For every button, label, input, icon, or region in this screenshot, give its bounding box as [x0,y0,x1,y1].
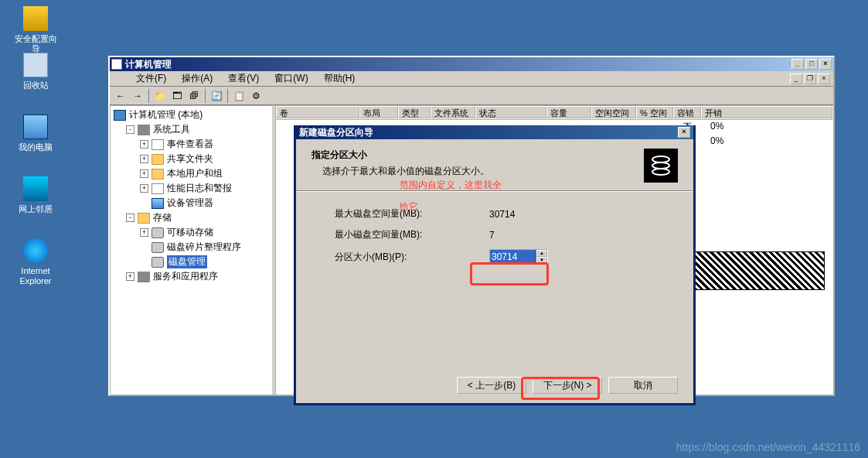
partition-size-label: 分区大小(MB)(P): [335,251,489,264]
desktop-icon-my-computer[interactable]: 我的电脑 [11,114,60,152]
col-volume[interactable]: 卷 [276,106,359,118]
max-space-row: 最大磁盘空间量(MB): 30714 [335,207,678,220]
col-fs[interactable]: 文件系统 [431,106,475,118]
device-icon [151,198,164,209]
expand-icon[interactable]: + [140,155,148,163]
expand-icon[interactable]: + [140,228,148,237]
dialog-subheading: 选择介于最大和最小值的磁盘分区大小。 [311,165,644,178]
watermark: https://blog.csdn.net/weixin_44321116 [676,441,860,453]
tree-disk-management[interactable]: +磁盘管理 [112,255,270,269]
dialog-close-button[interactable]: × [678,127,690,138]
doc-icon [113,73,124,84]
tree-services[interactable]: +服务和应用程序 [112,269,270,284]
tree-shared-folders[interactable]: +共享文件夹 [112,152,270,166]
perf-icon [151,183,164,194]
window-title: 计算机管理 [125,58,172,71]
menu-action[interactable]: 操作(A) [174,70,220,87]
disk-graphic[interactable] [693,251,825,290]
props-button[interactable]: 🗔 [169,88,185,104]
col-capacity[interactable]: 容量 [546,106,591,118]
tree-performance[interactable]: +性能日志和警报 [112,181,270,196]
users-icon [151,169,164,179]
forward-button[interactable]: → [130,88,145,104]
tree-root[interactable]: 计算机管理 (本地) [112,108,270,122]
menu-view[interactable]: 查看(V) [220,70,267,87]
storage-icon [138,213,150,224]
back-button[interactable]: ← [113,88,128,104]
defrag-icon [151,242,164,253]
tree-panel[interactable]: 计算机管理 (本地) -系统工具 +事件查看器 +共享文件夹 +本地用户和组 +… [110,105,272,395]
mdi-close-button[interactable]: × [818,73,830,84]
disk-stack-icon [644,149,678,183]
partition-size-row: 分区大小(MB)(P): ▲ ▼ [335,249,678,265]
col-type[interactable]: 类型 [398,106,431,118]
menubar: 文件(F) 操作(A) 查看(V) 窗口(W) 帮助(H) _ ❐ × [110,71,833,87]
back-button[interactable]: < 上一步(B) [457,377,526,394]
shield-icon [23,6,48,31]
collapse-icon[interactable]: - [126,214,134,222]
col-pctfree[interactable]: % 空闲 [636,106,673,118]
next-button[interactable]: 下一步(N) > [533,377,602,394]
tree-storage[interactable]: -存储 [112,210,270,225]
expand-icon[interactable]: + [140,140,148,149]
svg-point-2 [652,169,669,175]
tree-system-tools[interactable]: -系统工具 [112,122,270,137]
titlebar[interactable]: 计算机管理 _ □ × [110,57,833,71]
max-space-value: 30714 [489,209,515,220]
menu-window[interactable]: 窗口(W) [267,70,315,87]
cancel-button[interactable]: 取消 [608,377,678,394]
recycle-icon [23,53,48,77]
refresh-button[interactable]: 🔄 [209,88,224,104]
partition-size-spinner[interactable]: ▲ ▼ [489,249,548,265]
tool-button[interactable]: ⚙ [248,88,264,104]
diskmgmt-icon [151,257,164,268]
tree-event-viewer[interactable]: +事件查看器 [112,137,270,152]
maximize-button[interactable]: □ [805,59,818,70]
dialog-title: 新建磁盘分区向导 [299,126,373,139]
app-icon [111,59,122,70]
folder-icon [151,154,164,165]
spinner-up-button[interactable]: ▲ [536,250,547,257]
min-space-row: 最小磁盘空间量(MB): 7 [335,228,678,241]
dialog-heading: 指定分区大小 [311,149,644,162]
tree-removable[interactable]: +可移动存储 [112,225,270,240]
expand-icon[interactable]: + [126,272,134,281]
new-partition-wizard-dialog: 新建磁盘分区向导 × 指定分区大小 选择介于最大和最小值的磁盘分区大小。 最大磁… [294,125,696,405]
col-free[interactable]: 空闲空间 [591,106,636,118]
col-layout[interactable]: 布局 [359,106,398,118]
expand-icon[interactable]: + [140,184,148,193]
spinner-down-button[interactable]: ▼ [536,257,547,264]
expand-icon[interactable]: + [140,169,148,178]
up-button[interactable]: 📁 [152,88,168,104]
toolbar: ← → 📁 🗔 🗊 🔄 📋 ⚙ [110,87,833,105]
tree-device-manager[interactable]: +设备管理器 [112,196,270,210]
col-overhead[interactable]: 开销 [701,106,832,118]
partition-size-input[interactable] [490,250,536,264]
desktop-icon-network[interactable]: 网上邻居 [11,176,60,214]
removable-icon [151,227,164,238]
help-button[interactable]: 📋 [231,88,247,104]
min-space-label: 最小磁盘空间量(MB): [335,228,489,241]
max-space-label: 最大磁盘空间量(MB): [335,207,489,220]
computer-icon [114,110,126,121]
menu-help[interactable]: 帮助(H) [316,70,363,87]
tree-local-users[interactable]: +本地用户和组 [112,166,270,181]
tools-icon [138,125,150,135]
col-fault[interactable]: 容错 [673,106,701,118]
menu-file[interactable]: 文件(F) [128,70,174,87]
close-button[interactable]: × [819,59,832,70]
dialog-titlebar[interactable]: 新建磁盘分区向导 × [296,125,693,139]
desktop-icon-recycle[interactable]: 回收站 [11,53,60,91]
minimize-button[interactable]: _ [791,59,804,70]
view-button[interactable]: 🗊 [186,88,202,104]
collapse-icon[interactable]: - [126,125,134,134]
list-header: 卷 布局 类型 文件系统 状态 容量 空闲空间 % 空闲 容错 开销 [275,105,833,119]
min-space-value: 7 [489,230,495,241]
col-status[interactable]: 状态 [475,106,546,118]
tree-defrag[interactable]: +磁盘碎片整理程序 [112,240,270,255]
mdi-minimize-button[interactable]: _ [790,73,802,84]
desktop-icon-security-wizard[interactable]: 安全配置向导 [11,6,60,54]
svg-point-1 [652,162,669,169]
mdi-restore-button[interactable]: ❐ [804,73,816,84]
desktop-icon-ie[interactable]: Internet Explorer [11,238,60,286]
